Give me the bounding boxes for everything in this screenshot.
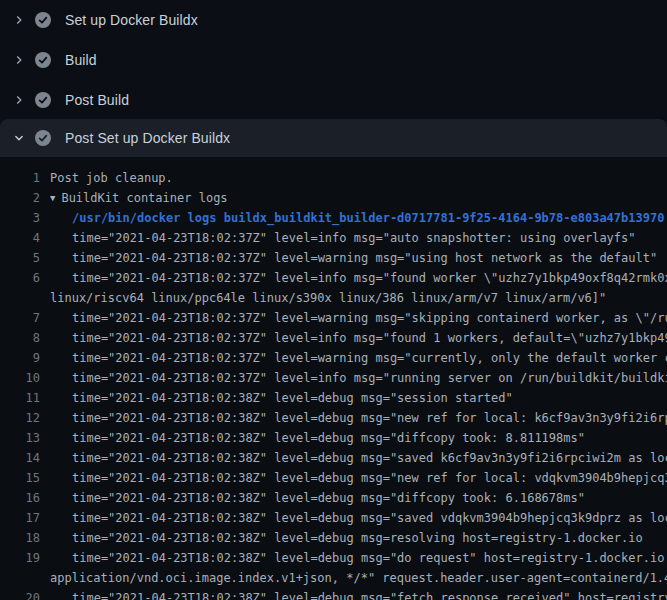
log-line-number[interactable]: 6: [0, 271, 40, 285]
log-line: 3 /usr/bin/docker logs buildx_buildkit_b…: [0, 208, 667, 228]
log-line-number[interactable]: 7: [0, 311, 40, 325]
log-line: 11 time="2021-04-23T18:02:38Z" level=deb…: [0, 388, 667, 408]
log-line-number[interactable]: 8: [0, 331, 40, 345]
check-icon: [35, 92, 51, 108]
step-label: Build: [65, 53, 97, 67]
log-line-number[interactable]: 12: [0, 411, 40, 425]
step-label: Post Build: [65, 93, 129, 107]
log-line: 4 time="2021-04-23T18:02:37Z" level=info…: [0, 228, 667, 248]
log-line: 19 time="2021-04-23T18:02:38Z" level=deb…: [0, 548, 667, 568]
log-line: 6 time="2021-04-23T18:02:37Z" level=info…: [0, 268, 667, 288]
log-line-text: time="2021-04-23T18:02:38Z" level=debug …: [40, 531, 643, 545]
log-line-text: time="2021-04-23T18:02:38Z" level=debug …: [40, 591, 667, 600]
log-line: 15 time="2021-04-23T18:02:38Z" level=deb…: [0, 468, 667, 488]
log-line: 5 time="2021-04-23T18:02:37Z" level=warn…: [0, 248, 667, 268]
step-row-build[interactable]: Build: [0, 40, 667, 80]
log-line-text: time="2021-04-23T18:02:38Z" level=debug …: [40, 551, 667, 565]
log-line: 16 time="2021-04-23T18:02:38Z" level=deb…: [0, 488, 667, 508]
log-line-number[interactable]: 4: [0, 231, 40, 245]
log-line-text: time="2021-04-23T18:02:37Z" level=info m…: [40, 371, 667, 385]
log-line-text: time="2021-04-23T18:02:37Z" level=warnin…: [40, 351, 667, 365]
step-label: Set up Docker Buildx: [65, 13, 198, 27]
log-line: 1 Post job cleanup.: [0, 168, 667, 188]
log-line: 8 time="2021-04-23T18:02:37Z" level=info…: [0, 328, 667, 348]
log-line: 9 time="2021-04-23T18:02:37Z" level=warn…: [0, 348, 667, 368]
log-line: 20 time="2021-04-23T18:02:38Z" level=deb…: [0, 588, 667, 600]
check-icon: [35, 52, 51, 68]
log-line-text: time="2021-04-23T18:02:38Z" level=debug …: [40, 451, 667, 465]
log-line-number[interactable]: 1: [0, 171, 40, 185]
log-line-number[interactable]: 19: [0, 551, 40, 565]
log-line-text: time="2021-04-23T18:02:38Z" level=debug …: [40, 471, 667, 485]
chevron-right-icon[interactable]: [13, 14, 25, 26]
log-line-number[interactable]: 18: [0, 531, 40, 545]
log-line-number[interactable]: 15: [0, 471, 40, 485]
log-line-number[interactable]: 2: [0, 191, 40, 205]
check-icon: [35, 12, 51, 28]
log-line-text: linux/riscv64 linux/ppc64le linux/s390x …: [40, 291, 606, 305]
log-line-text: time="2021-04-23T18:02:37Z" level=warnin…: [40, 311, 667, 325]
log-line-number[interactable]: 16: [0, 491, 40, 505]
step-row-post-build[interactable]: Post Build: [0, 80, 667, 120]
log-pane: 1 Post job cleanup. 2 ▼BuildKit containe…: [0, 157, 667, 600]
log-line-text: time="2021-04-23T18:02:38Z" level=debug …: [40, 491, 585, 505]
log-line-number[interactable]: 14: [0, 451, 40, 465]
log-line-text: application/vnd.oci.image.index.v1+json,…: [40, 571, 667, 585]
log-line-number[interactable]: 20: [0, 591, 40, 600]
log-line-number[interactable]: 5: [0, 251, 40, 265]
log-line-text: ▼BuildKit container logs: [40, 191, 228, 205]
log-line: application/vnd.oci.image.index.v1+json,…: [0, 568, 667, 588]
log-line: 13 time="2021-04-23T18:02:38Z" level=deb…: [0, 428, 667, 448]
step-label: Post Set up Docker Buildx: [65, 131, 230, 145]
log-line-text: time="2021-04-23T18:02:38Z" level=debug …: [40, 411, 667, 425]
log-line-text: time="2021-04-23T18:02:37Z" level=info m…: [40, 231, 636, 245]
log-line: 17 time="2021-04-23T18:02:38Z" level=deb…: [0, 508, 667, 528]
log-line-text: time="2021-04-23T18:02:37Z" level=info m…: [40, 331, 667, 345]
log-line-number[interactable]: 9: [0, 351, 40, 365]
chevron-right-icon[interactable]: [13, 94, 25, 106]
log-line-text: time="2021-04-23T18:02:38Z" level=debug …: [40, 391, 513, 405]
log-line: 18 time="2021-04-23T18:02:38Z" level=deb…: [0, 528, 667, 548]
steps-list: Set up Docker Buildx Build Post Build: [0, 0, 667, 157]
log-line: 7 time="2021-04-23T18:02:37Z" level=warn…: [0, 308, 667, 328]
chevron-down-icon[interactable]: [13, 132, 25, 144]
log-line-number[interactable]: 13: [0, 431, 40, 445]
chevron-right-icon[interactable]: [13, 54, 25, 66]
log-line-text: /usr/bin/docker logs buildx_buildkit_bui…: [40, 211, 664, 225]
log-line: 2 ▼BuildKit container logs: [0, 188, 667, 208]
group-toggle-triangle-icon[interactable]: ▼: [50, 193, 55, 203]
log-line: 12 time="2021-04-23T18:02:38Z" level=deb…: [0, 408, 667, 428]
log-line-text: Post job cleanup.: [40, 171, 173, 185]
log-line-number[interactable]: 10: [0, 371, 40, 385]
log-line-text: time="2021-04-23T18:02:38Z" level=debug …: [40, 431, 585, 445]
log-line-number[interactable]: 11: [0, 391, 40, 405]
step-row-post-setup-docker-buildx[interactable]: Post Set up Docker Buildx: [0, 119, 667, 157]
log-line-text: time="2021-04-23T18:02:38Z" level=debug …: [40, 511, 667, 525]
check-icon: [35, 130, 51, 146]
log-line-text: time="2021-04-23T18:02:37Z" level=warnin…: [40, 251, 657, 265]
log-line-number[interactable]: 3: [0, 211, 40, 225]
log-line-number[interactable]: 17: [0, 511, 40, 525]
log-line: 14 time="2021-04-23T18:02:38Z" level=deb…: [0, 448, 667, 468]
step-row-setup-docker-buildx[interactable]: Set up Docker Buildx: [0, 0, 667, 40]
log-line: 10 time="2021-04-23T18:02:37Z" level=inf…: [0, 368, 667, 388]
actions-log-viewer: Set up Docker Buildx Build Post Build: [0, 0, 667, 600]
log-line: linux/riscv64 linux/ppc64le linux/s390x …: [0, 288, 667, 308]
log-line-text: time="2021-04-23T18:02:37Z" level=info m…: [40, 271, 667, 285]
